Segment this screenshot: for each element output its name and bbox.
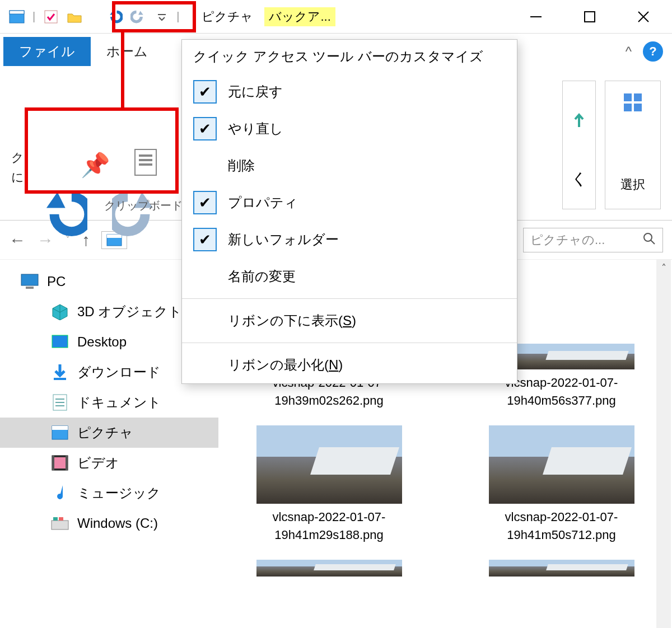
- svg-rect-16: [54, 378, 66, 380]
- qat-menu-label: リボンの最小化(N): [228, 356, 343, 374]
- file-item[interactable]: vlcsnap-2022-01-07-19h41m50s712.png: [462, 425, 661, 544]
- undo-icon[interactable]: [107, 9, 123, 25]
- videos-icon: [50, 453, 69, 472]
- qat-menu-label: 削除: [228, 157, 255, 175]
- ribbon-group-select[interactable]: 選択: [605, 81, 661, 209]
- check-icon: ✔: [193, 80, 217, 104]
- window-controls: [523, 4, 668, 30]
- window-title: ピクチャ: [202, 8, 253, 25]
- file-item[interactable]: [230, 560, 428, 577]
- ribbon-group-peek-left: く: [562, 81, 596, 209]
- desktop-icon: [50, 332, 69, 352]
- file-name: vlcsnap-2022-01-07-19h41m50s712.png: [462, 508, 661, 544]
- svg-rect-4: [585, 12, 595, 22]
- svg-rect-14: [26, 287, 34, 289]
- maximize-button[interactable]: [577, 4, 603, 30]
- tree-item-pictures[interactable]: ピクチャ: [0, 418, 218, 448]
- context-tab-label[interactable]: バックア...: [264, 7, 335, 26]
- qat-menu-label: 新しいフォルダー: [228, 231, 339, 249]
- tree-label: ミュージック: [77, 484, 161, 502]
- ribbon-left-text: ク に: [11, 148, 24, 187]
- check-icon: ✔: [193, 117, 217, 140]
- file-name: vlcsnap-2022-01-07-19h41m29s188.png: [230, 508, 428, 544]
- svg-rect-15: [52, 335, 68, 348]
- drive-icon: [50, 514, 69, 533]
- qat-menu-header: クイック アクセス ツール バーのカスタマイズ: [182, 40, 517, 73]
- menu-separator: [182, 343, 517, 343]
- ribbon-group-clipboard-label: クリップボード: [104, 198, 183, 213]
- qat-menu-item-rename[interactable]: 名前の変更: [182, 258, 517, 295]
- tree-item-music[interactable]: ミュージック: [0, 478, 218, 508]
- redo-icon[interactable]: [130, 9, 146, 25]
- svg-rect-24: [54, 457, 66, 468]
- svg-rect-1: [10, 11, 24, 14]
- qat-menu-label: リボンの下に表示(S): [228, 312, 356, 330]
- ribbon-left-line2: に: [11, 167, 24, 187]
- qat-separator: |: [32, 10, 35, 23]
- tree-item-videos[interactable]: ビデオ: [0, 448, 218, 478]
- qat-menu-label: 元に戻す: [228, 83, 283, 101]
- check-icon: ✔: [193, 191, 217, 214]
- svg-rect-28: [53, 517, 58, 521]
- qat-menu-item-newfolder[interactable]: ✔ 新しいフォルダー: [182, 221, 517, 258]
- music-icon: [50, 484, 69, 503]
- svg-point-11: [644, 233, 652, 241]
- nav-back-icon[interactable]: ←: [9, 231, 26, 250]
- svg-rect-5: [624, 93, 632, 101]
- thumbnail-image: [256, 560, 402, 577]
- qat-menu-item-minimize-ribbon[interactable]: リボンの最小化(N): [182, 346, 517, 383]
- tree-label: 3D オブジェクト: [77, 303, 182, 321]
- quick-access-toolbar: |: [4, 9, 170, 25]
- tab-home[interactable]: ホーム: [91, 37, 164, 66]
- thumbnail-image: [489, 560, 634, 577]
- qat-menu-label: プロパティ: [228, 194, 298, 212]
- svg-rect-25: [52, 456, 54, 470]
- ribbon-select-label: 選択: [620, 176, 645, 193]
- svg-rect-7: [624, 104, 632, 111]
- help-icon[interactable]: ?: [643, 41, 663, 62]
- pin-icon[interactable]: 📌: [81, 151, 110, 179]
- qat-menu-item-undo[interactable]: ✔ 元に戻す: [182, 73, 517, 110]
- file-item[interactable]: [462, 560, 661, 577]
- tree-item-documents[interactable]: ドキュメント: [0, 387, 218, 418]
- qat-menu-label: 名前の変更: [228, 268, 296, 285]
- svg-rect-8: [634, 104, 642, 111]
- scroll-up-icon[interactable]: ˄: [656, 262, 671, 274]
- download-icon: [50, 363, 69, 382]
- search-icon: [642, 232, 656, 249]
- qat-menu-label: やり直し: [228, 120, 283, 138]
- collapse-ribbon-icon[interactable]: ^: [626, 44, 632, 59]
- svg-rect-13: [21, 274, 38, 285]
- svg-rect-2: [45, 11, 57, 23]
- close-button[interactable]: [631, 4, 656, 30]
- undo-large-icon[interactable]: [37, 186, 87, 239]
- tree-label: ドキュメント: [77, 393, 161, 411]
- pc-icon: [20, 272, 39, 291]
- tree-label: ダウンロード: [77, 363, 161, 381]
- search-box[interactable]: ピクチャの...: [523, 228, 663, 252]
- ribbon-peek-label: く: [571, 168, 587, 190]
- tab-file[interactable]: ファイル: [3, 37, 91, 66]
- title-separator: |: [176, 10, 179, 23]
- svg-rect-22: [52, 426, 68, 430]
- svg-rect-27: [52, 521, 68, 529]
- new-item-arrow-icon[interactable]: [570, 110, 589, 129]
- thumbnail-image: [489, 425, 634, 504]
- copy-path-icon[interactable]: [134, 149, 157, 176]
- pictures-app-icon: [9, 9, 25, 25]
- tree-item-drive-c[interactable]: Windows (C:): [0, 508, 218, 538]
- properties-icon[interactable]: [43, 9, 59, 25]
- minimize-button[interactable]: [523, 4, 549, 30]
- cube-icon: [50, 302, 69, 321]
- vertical-scrollbar[interactable]: ˄: [656, 260, 671, 628]
- qat-menu-item-below-ribbon[interactable]: リボンの下に表示(S): [182, 302, 517, 339]
- annotation-connector: [121, 32, 124, 111]
- qat-menu-item-redo[interactable]: ✔ やり直し: [182, 110, 517, 147]
- file-item[interactable]: vlcsnap-2022-01-07-19h41m29s188.png: [230, 425, 428, 544]
- svg-rect-6: [634, 93, 642, 101]
- qat-menu-item-delete[interactable]: 削除: [182, 147, 517, 184]
- title-bar: | | ピクチャ バックア...: [0, 0, 672, 34]
- new-folder-icon[interactable]: [67, 9, 82, 25]
- qat-menu-item-properties[interactable]: ✔ プロパティ: [182, 184, 517, 221]
- qat-dropdown-icon[interactable]: [154, 9, 170, 25]
